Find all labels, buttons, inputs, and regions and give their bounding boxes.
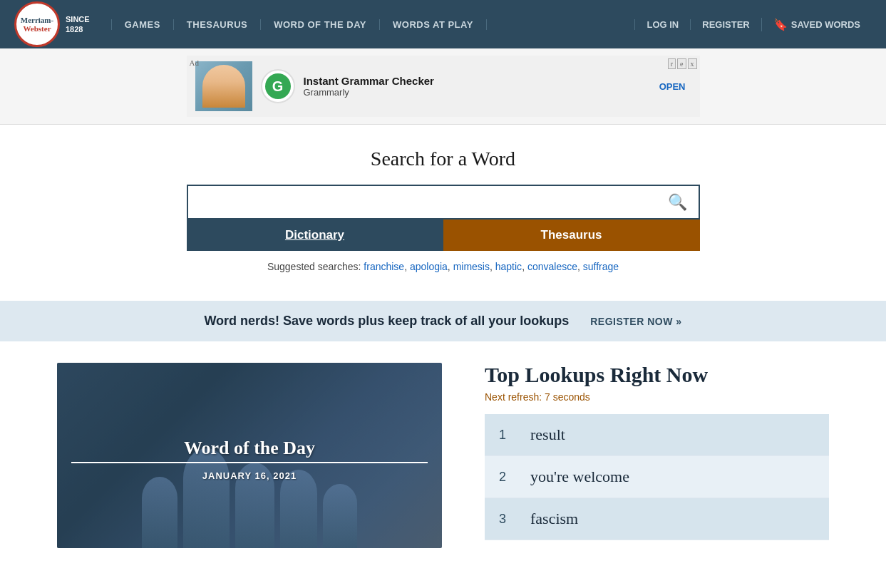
nav-saved-words[interactable]: 🔖 SAVED WORDS bbox=[761, 18, 872, 31]
nav-games[interactable]: GAMES bbox=[111, 19, 174, 30]
nav-login[interactable]: LOG IN bbox=[634, 19, 690, 30]
search-input[interactable] bbox=[188, 186, 656, 218]
nav-register[interactable]: REGISTER bbox=[690, 19, 761, 30]
ad-label: Ad bbox=[190, 58, 199, 67]
ad-person-silhouette bbox=[202, 65, 245, 108]
search-box-wrap: 🔍 Dictionary Thesaurus bbox=[187, 185, 700, 251]
ad-controls: r e x bbox=[668, 58, 697, 69]
search-input-row: 🔍 bbox=[187, 185, 700, 220]
ad-title: Instant Grammar Checker bbox=[304, 75, 651, 87]
logo-top: Merriam- bbox=[21, 16, 53, 24]
suggested-searches: Suggested searches: franchise, apologia,… bbox=[14, 261, 872, 272]
logo-bottom: Webster bbox=[23, 24, 51, 33]
suggestion-apologia[interactable]: apologia bbox=[410, 261, 448, 272]
wotd-background: Word of the Day JANUARY 16, 2021 bbox=[57, 363, 442, 548]
logo-wrap[interactable]: Merriam- Webster SINCE 1828 bbox=[14, 1, 90, 47]
suggestion-convalesce[interactable]: convalesce bbox=[527, 261, 577, 272]
tab-dictionary[interactable]: Dictionary bbox=[187, 220, 443, 251]
nav-words-at-play[interactable]: WORDS AT PLAY bbox=[380, 19, 487, 30]
lookup-word-2: you're welcome bbox=[530, 468, 629, 486]
wotd-card[interactable]: Word of the Day JANUARY 16, 2021 bbox=[57, 363, 442, 548]
register-banner: Word nerds! Save words plus keep track o… bbox=[0, 301, 886, 341]
nav-links: GAMES THESAURUS WORD OF THE DAY WORDS AT… bbox=[111, 19, 635, 30]
person-1 bbox=[142, 477, 177, 548]
grammarly-logo: G bbox=[261, 69, 295, 103]
bookmark-icon: 🔖 bbox=[773, 18, 788, 31]
search-section: Search for a Word 🔍 Dictionary Thesaurus… bbox=[0, 125, 886, 287]
table-row[interactable]: 2 you're welcome bbox=[485, 456, 829, 498]
wotd-label: Word of the Day bbox=[71, 438, 428, 463]
top-lookups: Top Lookups Right Now Next refresh: 7 se… bbox=[442, 363, 829, 540]
since-year: 1828 bbox=[66, 24, 90, 34]
lookup-rank-3: 3 bbox=[499, 512, 516, 527]
ad-banner: Ad G Instant Grammar Checker Grammarly O… bbox=[0, 48, 886, 125]
wotd-title-box: Word of the Day JANUARY 16, 2021 bbox=[57, 423, 442, 488]
ad-subtitle: Grammarly bbox=[304, 87, 651, 98]
suggestion-suffrage[interactable]: suffrage bbox=[583, 261, 619, 272]
nav-right: LOG IN REGISTER 🔖 SAVED WORDS bbox=[634, 18, 872, 31]
ad-open-button[interactable]: OPEN bbox=[659, 81, 686, 92]
nav-thesaurus[interactable]: THESAURUS bbox=[174, 19, 261, 30]
suggestion-mimesis[interactable]: mimesis bbox=[453, 261, 490, 272]
saved-words-label: SAVED WORDS bbox=[791, 19, 860, 30]
navbar: Merriam- Webster SINCE 1828 GAMES THESAU… bbox=[0, 0, 886, 48]
suggestion-haptic[interactable]: haptic bbox=[495, 261, 522, 272]
top-lookups-refresh: Next refresh: 7 seconds bbox=[485, 391, 829, 403]
lookup-word-3: fascism bbox=[530, 510, 578, 528]
ad-ctrl-r[interactable]: r bbox=[668, 58, 676, 69]
main-content: Word of the Day JANUARY 16, 2021 Top Loo… bbox=[0, 341, 886, 569]
ad-image bbox=[195, 61, 252, 111]
tab-thesaurus[interactable]: Thesaurus bbox=[443, 220, 700, 251]
lookup-list: 1 result 2 you're welcome 3 fascism bbox=[485, 414, 829, 540]
logo-circle: Merriam- Webster bbox=[14, 1, 60, 47]
table-row[interactable]: 3 fascism bbox=[485, 498, 829, 540]
register-now-link[interactable]: REGISTER NOW » bbox=[590, 316, 681, 327]
ad-text-block: Instant Grammar Checker Grammarly bbox=[304, 75, 651, 98]
wotd-date: JANUARY 16, 2021 bbox=[202, 470, 297, 481]
lookup-word-1: result bbox=[530, 425, 565, 444]
search-button[interactable]: 🔍 bbox=[656, 186, 699, 218]
lookup-rank-2: 2 bbox=[499, 470, 516, 485]
top-lookups-title: Top Lookups Right Now bbox=[485, 363, 829, 387]
person-5 bbox=[323, 484, 357, 548]
table-row[interactable]: 1 result bbox=[485, 414, 829, 456]
ad-container: Ad G Instant Grammar Checker Grammarly O… bbox=[187, 56, 700, 117]
search-title: Search for a Word bbox=[14, 148, 872, 170]
ad-ctrl-x[interactable]: x bbox=[688, 58, 697, 69]
suggested-label: Suggested searches: bbox=[267, 261, 361, 272]
grammarly-g-letter: G bbox=[265, 73, 291, 99]
since-label: SINCE bbox=[66, 14, 90, 24]
nav-word-of-day[interactable]: WORD OF THE DAY bbox=[261, 19, 380, 30]
suggestion-franchise[interactable]: franchise bbox=[364, 261, 404, 272]
register-text: Word nerds! Save words plus keep track o… bbox=[204, 314, 569, 329]
lookup-rank-1: 1 bbox=[499, 428, 516, 443]
ad-ctrl-e[interactable]: e bbox=[677, 58, 686, 69]
logo-since: SINCE 1828 bbox=[66, 14, 90, 35]
search-tabs: Dictionary Thesaurus bbox=[187, 220, 700, 251]
